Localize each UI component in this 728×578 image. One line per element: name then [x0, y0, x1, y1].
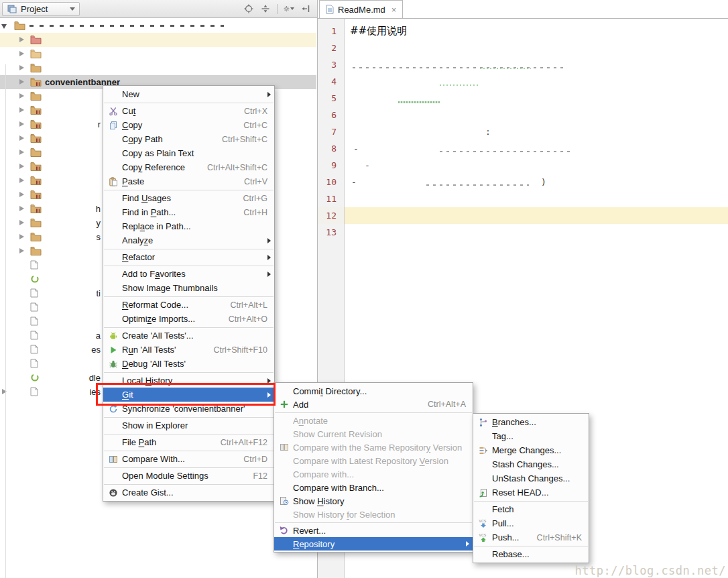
- menu-item-commit-directory[interactable]: Commit Directory...: [274, 384, 473, 398]
- redacted-text: [353, 67, 567, 68]
- editor-line: [350, 40, 728, 56]
- menu-item-refactor[interactable]: Refactor: [103, 250, 274, 264]
- hide-panel-icon[interactable]: [300, 3, 311, 14]
- tab-readme[interactable]: ReadMe.md ×: [319, 0, 403, 18]
- menu-item-debug-all-tests[interactable]: Debug 'All Tests': [103, 357, 274, 371]
- menu-item-copy[interactable]: CopyCtrl+C: [103, 118, 274, 132]
- menu-item-create-all-tests[interactable]: Create 'All Tests'...: [103, 329, 274, 343]
- menu-item-local-history[interactable]: Local History: [103, 373, 274, 388]
- expand-arrow-icon[interactable]: [19, 248, 24, 253]
- menu-item-paste[interactable]: PasteCtrl+V: [103, 174, 274, 188]
- menu-item-replace-in-path[interactable]: Replace in Path...: [103, 219, 274, 233]
- module-folder-icon: [30, 204, 42, 214]
- menu-item-repository[interactable]: Repository: [274, 537, 473, 551]
- tab-close-icon[interactable]: ×: [391, 5, 397, 14]
- expand-arrow-icon[interactable]: [19, 121, 24, 127]
- expand-arrow-icon[interactable]: [19, 234, 24, 239]
- menu-item-show-image-thumbnails[interactable]: Show Image Thumbnails: [103, 281, 274, 295]
- expand-arrow-icon[interactable]: [19, 37, 24, 42]
- menu-item-icon-slot: [107, 375, 119, 386]
- menu-item-git[interactable]: Git: [103, 388, 274, 402]
- menu-item-reformat-code[interactable]: Reformat Code...Ctrl+Alt+L: [103, 298, 274, 312]
- menu-item-revert[interactable]: Revert...: [274, 524, 473, 537]
- folder-open-icon: [30, 49, 42, 59]
- expand-arrow-icon[interactable]: [19, 192, 24, 197]
- menu-item-synchronize-convenientbanner[interactable]: Synchronize 'convenientbanner': [103, 402, 274, 416]
- folder-icon: [30, 218, 42, 228]
- menu-item-new[interactable]: New: [103, 87, 274, 101]
- menu-item-compare-with[interactable]: Compare With...Ctrl+D: [103, 452, 274, 466]
- expand-arrow-icon[interactable]: [19, 178, 24, 183]
- editor-line: [350, 107, 728, 123]
- menu-separator: [275, 412, 472, 413]
- expand-arrow-icon[interactable]: [19, 51, 24, 56]
- cut-icon: [107, 106, 119, 117]
- line-number: 8: [318, 140, 344, 157]
- menu-item-copy-as-plain-text[interactable]: Copy as Plain Text: [103, 146, 274, 160]
- menu-separator: [104, 372, 274, 373]
- expand-arrow-icon[interactable]: [19, 65, 24, 70]
- menu-item-compare-with-branch[interactable]: Compare with Branch...: [274, 481, 473, 494]
- markdown-file-icon: [326, 4, 334, 15]
- menu-item-reset-head[interactable]: Reset HEAD...: [473, 485, 589, 500]
- expand-arrow-icon[interactable]: [19, 206, 24, 211]
- menu-item-open-module-settings[interactable]: Open Module SettingsF12: [103, 469, 274, 483]
- menu-item-show-in-explorer[interactable]: Show in Explorer: [103, 418, 274, 432]
- editor-line: [350, 174, 728, 190]
- menu-item-copy-reference[interactable]: Copy ReferenceCtrl+Alt+Shift+C: [103, 160, 274, 174]
- menu-item-unstash-changes[interactable]: UnStash Changes...: [473, 471, 589, 485]
- menu-item-merge-changes[interactable]: Merge Changes...: [473, 443, 589, 457]
- expand-arrow-icon[interactable]: [1, 24, 7, 29]
- menu-item-find-in-path[interactable]: Find in Path...Ctrl+H: [103, 205, 274, 219]
- menu-item-rebase[interactable]: Rebase...: [473, 547, 589, 561]
- menu-item-tag[interactable]: Tag...: [473, 429, 589, 443]
- project-view-selector[interactable]: Project: [2, 2, 80, 16]
- menu-item-label: Stash Changes...: [492, 459, 559, 469]
- menu-item-branches[interactable]: Branches...: [473, 415, 589, 429]
- menu-item-show-history[interactable]: Show History: [274, 494, 473, 508]
- menu-item-show-history-for-selection: Show History for Selection: [274, 508, 473, 521]
- tree-row[interactable]: [0, 61, 316, 75]
- expand-arrow-icon[interactable]: [19, 79, 24, 84]
- menu-item-fetch[interactable]: Fetch: [473, 502, 589, 516]
- menu-item-icon-slot: [278, 469, 290, 479]
- menu-item-pull[interactable]: VCSPull...: [473, 516, 589, 530]
- menu-item-shortcut: Ctrl+G: [231, 194, 267, 203]
- menu-item-analyze[interactable]: Analyze: [103, 233, 274, 247]
- menu-item-create-gist[interactable]: Create Gist...: [103, 485, 274, 500]
- menu-item-push[interactable]: VCSPush...Ctrl+Shift+K: [473, 530, 589, 544]
- menu-item-shortcut: Ctrl+Shift+F10: [201, 345, 267, 355]
- menu-item-shortcut: Ctrl+D: [231, 455, 267, 464]
- splitter-icon[interactable]: [260, 3, 271, 14]
- expand-arrow-icon[interactable]: [19, 93, 24, 99]
- menu-item-add-to-favorites[interactable]: Add to Favorites: [103, 267, 274, 281]
- menu-item-find-usages[interactable]: Find UsagesCtrl+G: [103, 191, 274, 205]
- watermark: http://blog.csdn.net/: [575, 564, 726, 577]
- menu-item-icon-slot: [107, 471, 119, 481]
- gear-icon[interactable]: [284, 3, 294, 14]
- menu-item-label: Pull...: [492, 518, 514, 528]
- menu-item-compare-with-the-same-repository-version: Compare with the Same Repository Version: [274, 441, 473, 454]
- menu-separator: [104, 190, 274, 190]
- menu-item-shortcut: Ctrl+H: [231, 208, 267, 217]
- tree-row[interactable]: [0, 33, 316, 47]
- tree-row[interactable]: [0, 47, 316, 61]
- locate-icon[interactable]: [243, 3, 254, 14]
- submenu-arrow-icon: [267, 378, 271, 384]
- menu-item-file-path[interactable]: File PathCtrl+Alt+F12: [103, 435, 274, 449]
- menu-item-label: Repository: [293, 539, 335, 549]
- expand-arrow-icon[interactable]: [19, 164, 24, 169]
- menu-item-optimize-imports[interactable]: Optimize Imports...Ctrl+Alt+O: [103, 312, 274, 326]
- menu-item-compare-with: Compare with...: [274, 467, 473, 481]
- tree-row[interactable]: [0, 19, 316, 33]
- expand-arrow-icon[interactable]: [19, 107, 24, 113]
- expand-arrow-icon[interactable]: [19, 220, 24, 225]
- menu-item-stash-changes[interactable]: Stash Changes...: [473, 457, 589, 471]
- expand-arrow-icon[interactable]: [19, 150, 24, 155]
- menu-item-icon-slot: [107, 283, 119, 294]
- menu-item-cut[interactable]: CutCtrl+X: [103, 104, 274, 118]
- menu-item-copy-path[interactable]: Copy PathCtrl+Shift+C: [103, 132, 274, 146]
- menu-item-add[interactable]: AddCtrl+Alt+A: [274, 398, 473, 411]
- menu-item-run-all-tests[interactable]: Run 'All Tests'Ctrl+Shift+F10: [103, 343, 274, 357]
- expand-arrow-icon[interactable]: [19, 135, 24, 141]
